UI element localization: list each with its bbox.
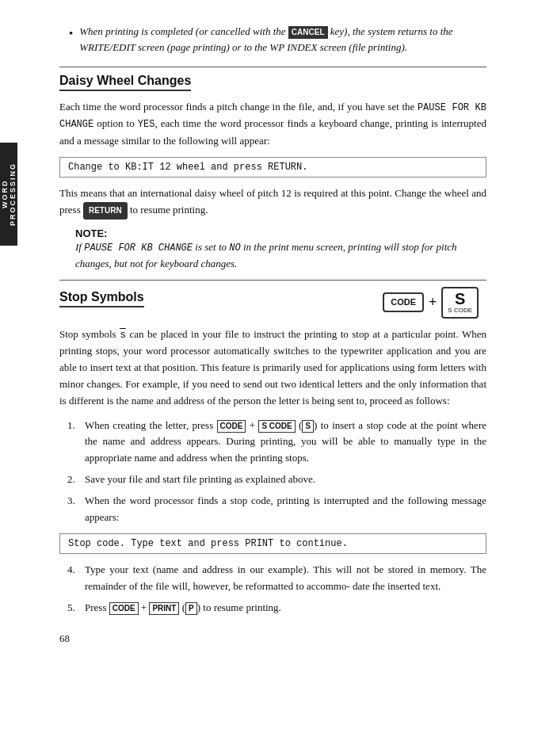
note-label: NOTE: <box>75 227 486 239</box>
s-code-label: S CODE <box>448 307 472 315</box>
inline-code-pause: PAUSE FOR KB CHANGE <box>59 102 486 130</box>
list-content-1: When creating the letter, press CODE + S… <box>85 418 486 467</box>
bullet-section: • When printing is completed (or cancell… <box>59 24 486 55</box>
note-text: If PAUSE FOR KB CHANGE is set to NO in t… <box>75 239 486 272</box>
daisy-wheel-section: Daisy Wheel Changes Each time the word p… <box>59 74 486 272</box>
section-divider-mid <box>59 280 486 281</box>
stop-symbols-heading: Stop Symbols <box>59 290 144 307</box>
code-key-display: CODE <box>383 292 424 312</box>
bullet-text: When printing is completed (or cancelled… <box>79 24 486 55</box>
stop-symbols-section: Stop Symbols CODE + S S CODE Stop symbol… <box>59 287 486 617</box>
list-content-4: Type your text (name and address in our … <box>85 562 486 595</box>
stop-symbols-header: Stop Symbols CODE + S S CODE <box>59 287 486 319</box>
inline-code-yes: YES <box>138 119 155 130</box>
stop-mono-box: Stop code. Type text and press PRINT to … <box>59 533 486 554</box>
list-num-1: 1. <box>67 418 85 434</box>
list-num-5: 5. <box>67 600 85 617</box>
stop-symbol-char: s <box>120 329 126 341</box>
bullet-item: • When printing is completed (or cancell… <box>69 24 486 55</box>
list-item-5: 5. Press CODE + PRINT (P) to resume prin… <box>67 600 486 617</box>
list-num-2: 2. <box>67 472 85 488</box>
list-item-1: 1. When creating the letter, press CODE … <box>67 418 486 467</box>
stop-symbols-para1: Stop symbols s can be placed in your fil… <box>59 326 486 410</box>
daisy-wheel-heading: Daisy Wheel Changes <box>59 74 191 91</box>
page: WORD PROCESSING • When printing is compl… <box>0 0 534 669</box>
list-content-5: Press CODE + PRINT (P) to resume printin… <box>85 600 486 617</box>
s-letter: S <box>455 291 465 307</box>
p-key-inline-5: P <box>185 602 197 615</box>
list-item-2: 2. Save your file and start file printin… <box>67 472 486 488</box>
s-code-key-display: S S CODE <box>441 287 479 319</box>
code-key-inline-5: CODE <box>109 602 139 615</box>
list-num-3: 3. <box>67 493 85 510</box>
page-number: 68 <box>59 632 486 645</box>
print-key-inline-5: PRINT <box>149 602 179 615</box>
daisy-mono-box: Change to KB:IT 12 wheel and press RETUR… <box>59 157 486 178</box>
note-block: NOTE: If PAUSE FOR KB CHANGE is set to N… <box>75 227 486 272</box>
daisy-wheel-para1: Each time the word processor finds a pit… <box>59 99 486 149</box>
side-tab: WORD PROCESSING <box>0 143 17 246</box>
plus-sign: + <box>429 294 437 311</box>
list-item-4: 4. Type your text (name and address in o… <box>67 562 486 595</box>
bullet-dot: • <box>69 25 73 43</box>
list-item-3: 3. When the word processor finds a stop … <box>67 493 486 526</box>
list-content-2: Save your file and start file printing a… <box>85 472 486 488</box>
list-num-4: 4. <box>67 562 85 578</box>
numbered-list-2: 4. Type your text (name and address in o… <box>67 562 486 616</box>
s-key-inline-1: S <box>302 420 314 433</box>
cancel-key: CANCEL <box>288 26 328 39</box>
scode-key-inline-1: S CODE <box>258 420 295 433</box>
numbered-list-1: 1. When creating the letter, press CODE … <box>67 418 486 526</box>
daisy-wheel-para2: This means that an international daisy w… <box>59 185 486 220</box>
return-key: RETURN <box>83 202 128 220</box>
section-divider-top <box>59 67 486 67</box>
list-content-3: When the word processor finds a stop cod… <box>85 493 486 526</box>
key-combo-display: CODE + S S CODE <box>383 287 479 319</box>
code-key-inline-1: CODE <box>217 420 246 433</box>
